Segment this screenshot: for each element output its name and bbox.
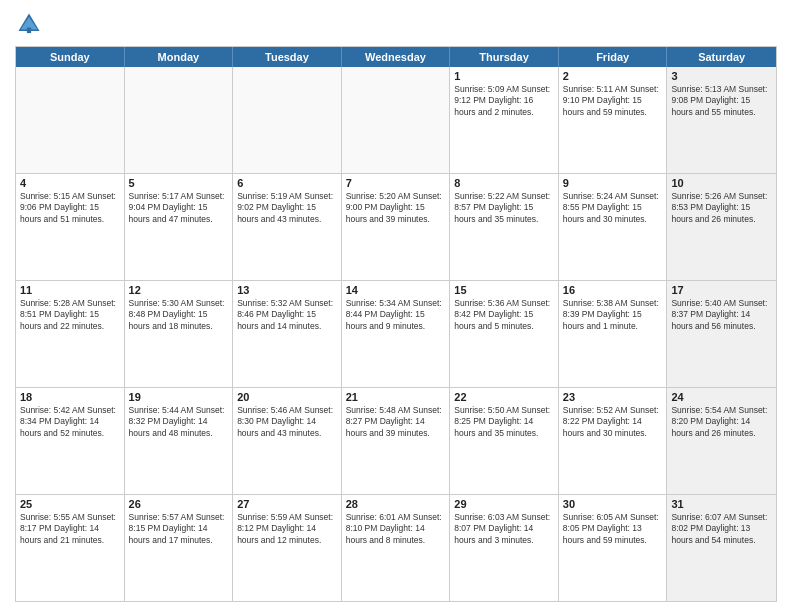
calendar-day-30: 30Sunrise: 6:05 AM Sunset: 8:05 PM Dayli… bbox=[559, 495, 668, 601]
day-number: 23 bbox=[563, 391, 663, 403]
calendar-day-19: 19Sunrise: 5:44 AM Sunset: 8:32 PM Dayli… bbox=[125, 388, 234, 494]
weekday-header-monday: Monday bbox=[125, 47, 234, 67]
calendar-day-6: 6Sunrise: 5:19 AM Sunset: 9:02 PM Daylig… bbox=[233, 174, 342, 280]
day-number: 6 bbox=[237, 177, 337, 189]
day-number: 13 bbox=[237, 284, 337, 296]
calendar-day-4: 4Sunrise: 5:15 AM Sunset: 9:06 PM Daylig… bbox=[16, 174, 125, 280]
day-number: 24 bbox=[671, 391, 772, 403]
calendar-day-22: 22Sunrise: 5:50 AM Sunset: 8:25 PM Dayli… bbox=[450, 388, 559, 494]
day-number: 10 bbox=[671, 177, 772, 189]
day-number: 29 bbox=[454, 498, 554, 510]
day-number: 5 bbox=[129, 177, 229, 189]
day-info: Sunrise: 5:38 AM Sunset: 8:39 PM Dayligh… bbox=[563, 298, 663, 332]
day-info: Sunrise: 5:11 AM Sunset: 9:10 PM Dayligh… bbox=[563, 84, 663, 118]
calendar-row-3: 18Sunrise: 5:42 AM Sunset: 8:34 PM Dayli… bbox=[16, 388, 776, 495]
day-info: Sunrise: 5:40 AM Sunset: 8:37 PM Dayligh… bbox=[671, 298, 772, 332]
day-number: 1 bbox=[454, 70, 554, 82]
day-info: Sunrise: 5:48 AM Sunset: 8:27 PM Dayligh… bbox=[346, 405, 446, 439]
calendar-day-13: 13Sunrise: 5:32 AM Sunset: 8:46 PM Dayli… bbox=[233, 281, 342, 387]
calendar-day-5: 5Sunrise: 5:17 AM Sunset: 9:04 PM Daylig… bbox=[125, 174, 234, 280]
day-info: Sunrise: 5:34 AM Sunset: 8:44 PM Dayligh… bbox=[346, 298, 446, 332]
day-number: 2 bbox=[563, 70, 663, 82]
day-info: Sunrise: 6:05 AM Sunset: 8:05 PM Dayligh… bbox=[563, 512, 663, 546]
calendar-day-26: 26Sunrise: 5:57 AM Sunset: 8:15 PM Dayli… bbox=[125, 495, 234, 601]
svg-rect-2 bbox=[27, 28, 31, 34]
day-info: Sunrise: 5:24 AM Sunset: 8:55 PM Dayligh… bbox=[563, 191, 663, 225]
header bbox=[15, 10, 777, 38]
day-info: Sunrise: 5:46 AM Sunset: 8:30 PM Dayligh… bbox=[237, 405, 337, 439]
day-info: Sunrise: 6:07 AM Sunset: 8:02 PM Dayligh… bbox=[671, 512, 772, 546]
day-info: Sunrise: 5:30 AM Sunset: 8:48 PM Dayligh… bbox=[129, 298, 229, 332]
calendar-day-21: 21Sunrise: 5:48 AM Sunset: 8:27 PM Dayli… bbox=[342, 388, 451, 494]
calendar-day-9: 9Sunrise: 5:24 AM Sunset: 8:55 PM Daylig… bbox=[559, 174, 668, 280]
calendar-day-7: 7Sunrise: 5:20 AM Sunset: 9:00 PM Daylig… bbox=[342, 174, 451, 280]
calendar-day-8: 8Sunrise: 5:22 AM Sunset: 8:57 PM Daylig… bbox=[450, 174, 559, 280]
day-info: Sunrise: 5:55 AM Sunset: 8:17 PM Dayligh… bbox=[20, 512, 120, 546]
calendar-day-18: 18Sunrise: 5:42 AM Sunset: 8:34 PM Dayli… bbox=[16, 388, 125, 494]
day-info: Sunrise: 5:50 AM Sunset: 8:25 PM Dayligh… bbox=[454, 405, 554, 439]
calendar-row-4: 25Sunrise: 5:55 AM Sunset: 8:17 PM Dayli… bbox=[16, 495, 776, 601]
day-info: Sunrise: 5:15 AM Sunset: 9:06 PM Dayligh… bbox=[20, 191, 120, 225]
day-number: 20 bbox=[237, 391, 337, 403]
day-info: Sunrise: 5:59 AM Sunset: 8:12 PM Dayligh… bbox=[237, 512, 337, 546]
day-number: 19 bbox=[129, 391, 229, 403]
day-number: 21 bbox=[346, 391, 446, 403]
day-number: 3 bbox=[671, 70, 772, 82]
day-info: Sunrise: 5:09 AM Sunset: 9:12 PM Dayligh… bbox=[454, 84, 554, 118]
calendar-body: 1Sunrise: 5:09 AM Sunset: 9:12 PM Daylig… bbox=[16, 67, 776, 601]
calendar-day-20: 20Sunrise: 5:46 AM Sunset: 8:30 PM Dayli… bbox=[233, 388, 342, 494]
calendar: SundayMondayTuesdayWednesdayThursdayFrid… bbox=[15, 46, 777, 602]
logo bbox=[15, 10, 47, 38]
day-info: Sunrise: 5:20 AM Sunset: 9:00 PM Dayligh… bbox=[346, 191, 446, 225]
calendar-row-2: 11Sunrise: 5:28 AM Sunset: 8:51 PM Dayli… bbox=[16, 281, 776, 388]
calendar-day-31: 31Sunrise: 6:07 AM Sunset: 8:02 PM Dayli… bbox=[667, 495, 776, 601]
day-info: Sunrise: 5:22 AM Sunset: 8:57 PM Dayligh… bbox=[454, 191, 554, 225]
calendar-empty-cell bbox=[233, 67, 342, 173]
weekday-header-thursday: Thursday bbox=[450, 47, 559, 67]
calendar-day-12: 12Sunrise: 5:30 AM Sunset: 8:48 PM Dayli… bbox=[125, 281, 234, 387]
day-info: Sunrise: 5:28 AM Sunset: 8:51 PM Dayligh… bbox=[20, 298, 120, 332]
calendar-empty-cell bbox=[125, 67, 234, 173]
calendar-day-25: 25Sunrise: 5:55 AM Sunset: 8:17 PM Dayli… bbox=[16, 495, 125, 601]
day-info: Sunrise: 5:42 AM Sunset: 8:34 PM Dayligh… bbox=[20, 405, 120, 439]
calendar-day-16: 16Sunrise: 5:38 AM Sunset: 8:39 PM Dayli… bbox=[559, 281, 668, 387]
calendar-day-10: 10Sunrise: 5:26 AM Sunset: 8:53 PM Dayli… bbox=[667, 174, 776, 280]
day-info: Sunrise: 6:03 AM Sunset: 8:07 PM Dayligh… bbox=[454, 512, 554, 546]
day-number: 28 bbox=[346, 498, 446, 510]
day-info: Sunrise: 5:32 AM Sunset: 8:46 PM Dayligh… bbox=[237, 298, 337, 332]
day-number: 17 bbox=[671, 284, 772, 296]
day-info: Sunrise: 5:36 AM Sunset: 8:42 PM Dayligh… bbox=[454, 298, 554, 332]
calendar-header: SundayMondayTuesdayWednesdayThursdayFrid… bbox=[16, 47, 776, 67]
day-number: 25 bbox=[20, 498, 120, 510]
day-info: Sunrise: 5:52 AM Sunset: 8:22 PM Dayligh… bbox=[563, 405, 663, 439]
calendar-day-29: 29Sunrise: 6:03 AM Sunset: 8:07 PM Dayli… bbox=[450, 495, 559, 601]
day-info: Sunrise: 5:26 AM Sunset: 8:53 PM Dayligh… bbox=[671, 191, 772, 225]
calendar-row-0: 1Sunrise: 5:09 AM Sunset: 9:12 PM Daylig… bbox=[16, 67, 776, 174]
day-info: Sunrise: 5:57 AM Sunset: 8:15 PM Dayligh… bbox=[129, 512, 229, 546]
calendar-day-3: 3Sunrise: 5:13 AM Sunset: 9:08 PM Daylig… bbox=[667, 67, 776, 173]
calendar-empty-cell bbox=[16, 67, 125, 173]
calendar-day-23: 23Sunrise: 5:52 AM Sunset: 8:22 PM Dayli… bbox=[559, 388, 668, 494]
calendar-day-15: 15Sunrise: 5:36 AM Sunset: 8:42 PM Dayli… bbox=[450, 281, 559, 387]
day-number: 30 bbox=[563, 498, 663, 510]
day-number: 7 bbox=[346, 177, 446, 189]
day-info: Sunrise: 5:19 AM Sunset: 9:02 PM Dayligh… bbox=[237, 191, 337, 225]
weekday-header-friday: Friday bbox=[559, 47, 668, 67]
day-number: 9 bbox=[563, 177, 663, 189]
day-number: 18 bbox=[20, 391, 120, 403]
calendar-day-17: 17Sunrise: 5:40 AM Sunset: 8:37 PM Dayli… bbox=[667, 281, 776, 387]
day-number: 22 bbox=[454, 391, 554, 403]
page: SundayMondayTuesdayWednesdayThursdayFrid… bbox=[0, 0, 792, 612]
calendar-day-14: 14Sunrise: 5:34 AM Sunset: 8:44 PM Dayli… bbox=[342, 281, 451, 387]
weekday-header-wednesday: Wednesday bbox=[342, 47, 451, 67]
day-number: 4 bbox=[20, 177, 120, 189]
day-info: Sunrise: 5:17 AM Sunset: 9:04 PM Dayligh… bbox=[129, 191, 229, 225]
day-number: 15 bbox=[454, 284, 554, 296]
day-info: Sunrise: 5:44 AM Sunset: 8:32 PM Dayligh… bbox=[129, 405, 229, 439]
weekday-header-tuesday: Tuesday bbox=[233, 47, 342, 67]
day-info: Sunrise: 5:54 AM Sunset: 8:20 PM Dayligh… bbox=[671, 405, 772, 439]
day-number: 27 bbox=[237, 498, 337, 510]
day-info: Sunrise: 5:13 AM Sunset: 9:08 PM Dayligh… bbox=[671, 84, 772, 118]
day-number: 12 bbox=[129, 284, 229, 296]
weekday-header-sunday: Sunday bbox=[16, 47, 125, 67]
